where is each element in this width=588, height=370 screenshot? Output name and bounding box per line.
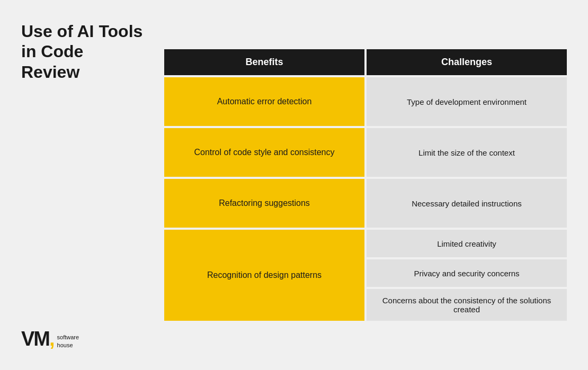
title-section: Use of AI Tools in Code Review VM, softw… <box>21 16 143 354</box>
page-wrapper: Use of AI Tools in Code Review VM, softw… <box>0 0 588 370</box>
main-title: Use of AI Tools in Code Review <box>21 21 143 82</box>
table-header: Benefits Challenges <box>164 49 567 75</box>
challenge-row-5: Privacy and security concerns <box>367 259 567 287</box>
logo-vm: VM, <box>21 329 54 349</box>
table-body: Automatic error detection Control of cod… <box>164 77 567 321</box>
title-line1: Use of AI Tools <box>21 22 142 41</box>
challenge-row-6: Concerns about the consistency of the so… <box>367 289 567 321</box>
challenge-row-4: Limited creativity <box>367 230 567 257</box>
benefit-row-2: Control of code style and consistency <box>164 128 364 177</box>
table-section: Benefits Challenges Automatic error dete… <box>164 49 567 321</box>
benefit-row-3: Refactoring suggestions <box>164 179 364 228</box>
logo-area: VM, software house <box>21 329 143 349</box>
logo-subtitle-line2: house <box>57 342 73 348</box>
benefits-column: Automatic error detection Control of cod… <box>164 77 364 321</box>
logo-subtitle-line1: software <box>57 334 79 340</box>
challenges-column: Type of development environment Limit th… <box>367 77 567 321</box>
header-benefits: Benefits <box>164 49 364 75</box>
benefit-row-4: Recognition of design patterns <box>164 230 364 321</box>
header-challenges: Challenges <box>367 49 567 75</box>
challenge-row-2: Limit the size of the context <box>367 128 567 177</box>
benefit-row-1: Automatic error detection <box>164 77 364 126</box>
challenge-row-1: Type of development environment <box>367 77 567 126</box>
title-line2: in Code Review <box>21 42 83 81</box>
challenge-row-3: Necessary detailed instructions <box>367 179 567 228</box>
logo-text: software house <box>57 333 79 349</box>
